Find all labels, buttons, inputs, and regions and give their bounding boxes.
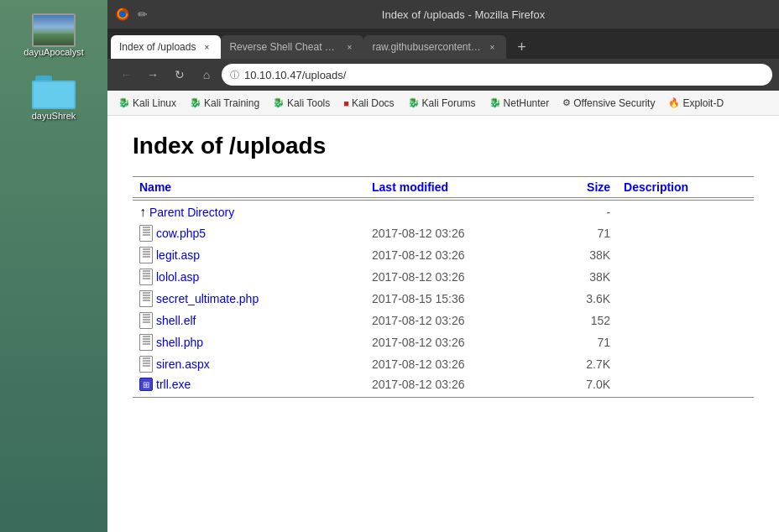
col-description: Description	[617, 177, 754, 198]
bookmark-label: Exploit-D	[682, 97, 724, 109]
new-tab-button[interactable]: +	[510, 35, 533, 59]
back-button[interactable]: ←	[114, 63, 138, 86]
tab-label-3: raw.githubusercontent.com/r	[372, 41, 481, 53]
file-link[interactable]: shell.php	[156, 336, 203, 349]
address-text: 10.10.10.47/uploads/	[244, 69, 346, 81]
desktop: dayuApocalyst dayuShrek	[0, 0, 107, 532]
file-link[interactable]: shell.elf	[156, 314, 196, 327]
nav-bar: ← → ↻ ⌂ ⓘ 10.10.10.47/uploads/	[107, 59, 779, 91]
col-size-link[interactable]: Size	[587, 180, 610, 194]
desktop-icon-dayushrek[interactable]: dayuShrek	[16, 70, 91, 126]
bookmark-label: Kali Linux	[133, 97, 176, 109]
bookmark-kali-training[interactable]: 🐉 Kali Training	[184, 95, 265, 112]
file-icon	[139, 290, 153, 307]
bookmark-kali-tools[interactable]: 🐉 Kali Tools	[267, 95, 336, 112]
bookmark-label: Kali Docs	[352, 97, 395, 109]
page-title: Index of /uploads	[133, 133, 754, 159]
col-name[interactable]: Name	[133, 177, 365, 198]
file-link[interactable]: cow.php5	[156, 227, 206, 240]
svg-point-1	[119, 11, 126, 18]
tab-reverse-shell[interactable]: Reverse Shell Cheat Sheet | p ×	[221, 35, 363, 59]
cell-modified: 2017-08-12 03:26	[365, 244, 552, 266]
cell-modified: 2017-08-12 03:26	[365, 266, 552, 288]
table-row: shell.elf 2017-08-12 03:26152	[133, 310, 754, 331]
cell-modified: 2017-08-12 03:26	[365, 353, 552, 375]
file-icon	[139, 225, 153, 242]
bookmark-label: Kali Tools	[287, 97, 330, 109]
table-bottom-rule	[133, 397, 754, 398]
cell-name: cow.php5	[133, 222, 365, 244]
bookmark-label: Offensive Security	[573, 97, 655, 109]
edit-icon[interactable]: ✏	[138, 8, 148, 21]
exploit-db-icon: 🔥	[668, 97, 680, 108]
kali-docs-icon: ■	[343, 98, 349, 108]
cell-name: lolol.asp	[133, 266, 365, 288]
cell-name: ↑Parent Directory	[133, 202, 365, 222]
table-row: lolol.asp 2017-08-12 03:2638K	[133, 266, 754, 288]
file-link[interactable]: secret_ultimate.php	[156, 292, 259, 305]
tab-close-3[interactable]: ×	[486, 41, 498, 53]
kali-tools-icon: 🐉	[273, 97, 285, 108]
tab-raw-github[interactable]: raw.githubusercontent.com/r ×	[363, 35, 506, 59]
cell-name: legit.asp	[133, 244, 365, 266]
cell-modified: 2017-08-12 03:26	[365, 310, 552, 331]
bookmark-kali-docs[interactable]: ■ Kali Docs	[337, 95, 400, 112]
file-link[interactable]: Parent Directory	[149, 206, 234, 219]
bookmarks-bar: 🐉 Kali Linux 🐉 Kali Training 🐉 Kali Tool…	[107, 91, 779, 116]
kali-training-icon: 🐉	[190, 97, 201, 108]
file-link[interactable]: lolol.asp	[156, 270, 199, 284]
home-button[interactable]: ⌂	[195, 63, 218, 86]
cell-size: 152	[552, 310, 617, 331]
forward-button[interactable]: →	[141, 63, 165, 86]
desktop-icon-label-2: dayuShrek	[32, 111, 76, 121]
table-row: shell.php 2017-08-12 03:2671	[133, 331, 754, 353]
file-icon	[139, 356, 153, 373]
cell-modified: 2017-08-12 03:26	[365, 331, 552, 353]
desktop-icon-label: dayuApocalyst	[24, 47, 84, 57]
kali-linux-icon: 🐉	[118, 97, 130, 108]
file-link[interactable]: trll.exe	[156, 378, 191, 391]
bookmark-label: Kali Forums	[422, 97, 476, 109]
cell-name: shell.php	[133, 331, 365, 353]
desktop-icon-dayuapocalyst[interactable]: dayuApocalyst	[16, 8, 91, 62]
file-link[interactable]: legit.asp	[156, 248, 200, 262]
exe-file-icon	[139, 378, 153, 391]
nethunter-icon: 🐉	[489, 97, 501, 108]
col-size[interactable]: Size	[552, 177, 617, 198]
col-name-link[interactable]: Name	[139, 180, 171, 194]
cell-desc	[617, 375, 754, 394]
bookmark-kali-forums[interactable]: 🐉 Kali Forums	[402, 95, 482, 112]
bookmark-offensive-security[interactable]: ⚙ Offensive Security	[557, 95, 661, 112]
tab-close-1[interactable]: ×	[201, 41, 212, 53]
kali-forums-icon: 🐉	[408, 97, 420, 108]
col-modified-link[interactable]: Last modified	[372, 180, 448, 194]
cell-name: trll.exe	[133, 375, 365, 394]
table-row: trll.exe 2017-08-12 03:267.0K	[133, 375, 754, 394]
tab-close-2[interactable]: ×	[343, 41, 355, 53]
address-bar[interactable]: ⓘ 10.10.10.47/uploads/	[222, 64, 772, 86]
bookmark-label: Kali Training	[204, 97, 259, 109]
cell-desc	[617, 288, 754, 310]
file-icon	[139, 247, 153, 263]
reload-button[interactable]: ↻	[168, 63, 191, 86]
bookmark-kali-linux[interactable]: 🐉 Kali Linux	[112, 95, 182, 112]
bookmark-nethunter[interactable]: 🐉 NetHunter	[484, 95, 556, 112]
file-icon	[139, 269, 153, 285]
cell-size: 2.7K	[552, 353, 617, 375]
cell-desc	[617, 202, 754, 222]
folder-thumbnail	[32, 76, 76, 111]
browser-window: ✏ Index of /uploads - Mozilla Firefox In…	[107, 0, 779, 532]
cell-name: secret_ultimate.php	[133, 288, 365, 310]
cell-desc	[617, 266, 754, 288]
cell-size: 38K	[552, 244, 617, 266]
table-row: cow.php5 2017-08-12 03:2671	[133, 222, 754, 244]
bookmark-exploit-db[interactable]: 🔥 Exploit-D	[662, 95, 729, 112]
cell-size: 38K	[552, 266, 617, 288]
col-modified[interactable]: Last modified	[365, 177, 552, 198]
cell-size: 7.0K	[552, 375, 617, 394]
tab-uploads[interactable]: Index of /uploads ×	[111, 35, 221, 59]
file-icon	[139, 334, 153, 351]
cell-name: shell.elf	[133, 310, 365, 331]
file-link[interactable]: siren.aspx	[156, 357, 210, 371]
table-row: legit.asp 2017-08-12 03:2638K	[133, 244, 754, 266]
